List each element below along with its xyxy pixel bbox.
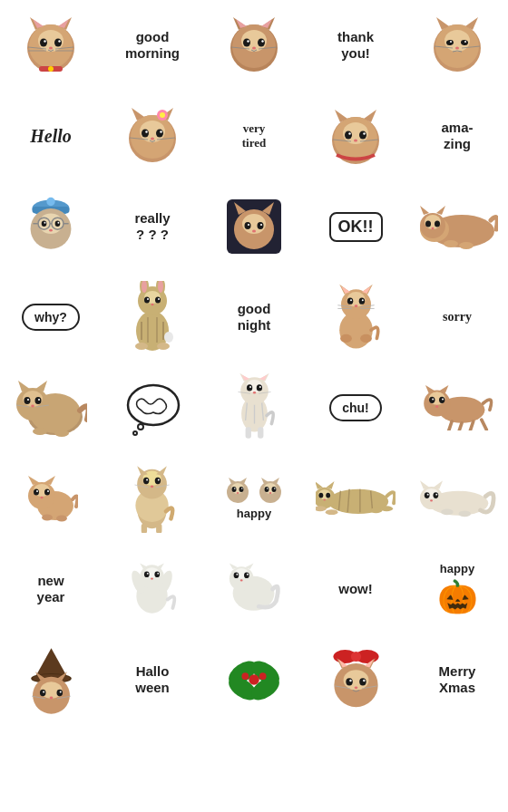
svg-point-248 [318, 493, 323, 498]
svg-point-137 [361, 299, 363, 301]
text-ok: OK!! [329, 212, 383, 242]
text-chu: chu! [342, 401, 369, 415]
text-good-night: good night [238, 301, 271, 334]
svg-point-264 [430, 499, 433, 501]
brain-bubble-svg [119, 376, 187, 440]
svg-point-17 [48, 66, 54, 72]
svg-point-83 [57, 222, 59, 224]
text-really: really ? ? ? [134, 210, 170, 243]
svg-point-226 [239, 487, 244, 492]
cat-face-5 [324, 104, 387, 168]
svg-point-41 [455, 47, 459, 50]
svg-point-217 [158, 478, 160, 480]
cat-face-2 [222, 14, 286, 77]
sticker-good-morning: good morning [102, 0, 203, 91]
svg-point-136 [349, 299, 351, 301]
svg-point-51 [142, 130, 149, 138]
svg-point-50 [160, 112, 165, 118]
sticker-chu: chu! [305, 362, 406, 453]
text-halloween: Hallo ween [135, 663, 170, 696]
sticker-cat-lying-white [406, 453, 508, 544]
svg-point-296 [43, 691, 44, 692]
svg-point-127 [360, 334, 372, 342]
svg-point-153 [31, 404, 34, 407]
sticker-cat1 [0, 0, 102, 91]
cat-walking-brown [421, 385, 493, 430]
svg-marker-99 [420, 206, 429, 215]
svg-point-54 [160, 130, 161, 132]
sticker-cat-stretching [305, 453, 406, 544]
svg-point-185 [429, 397, 435, 403]
sticker-merry-xmas: Merry Xmas [406, 634, 508, 725]
cat-lying-white [419, 478, 496, 518]
text-good-morning: good morning [125, 29, 180, 62]
cat-sitting-white [331, 284, 381, 352]
svg-point-274 [144, 571, 150, 577]
sticker-cat2 [203, 0, 305, 91]
svg-marker-100 [436, 206, 445, 215]
sticker-cat-witch [0, 634, 102, 725]
svg-point-227 [234, 488, 236, 489]
svg-point-276 [147, 573, 149, 575]
cat-white-curled [226, 563, 282, 615]
svg-point-288 [240, 579, 243, 581]
svg-point-135 [358, 297, 364, 304]
sticker-cat4 [102, 91, 203, 181]
svg-point-174 [256, 384, 261, 391]
text-why: why? [34, 310, 67, 324]
svg-point-150 [35, 397, 42, 404]
svg-point-118 [155, 297, 161, 304]
svg-point-81 [55, 220, 61, 227]
svg-point-27 [247, 40, 249, 42]
svg-point-64 [359, 131, 366, 140]
svg-point-204 [42, 514, 53, 520]
svg-point-157 [54, 430, 69, 437]
svg-point-294 [39, 689, 45, 695]
svg-point-218 [151, 485, 153, 488]
cat-fluffy-standing [130, 465, 175, 533]
svg-point-284 [234, 572, 239, 578]
sticker-cat-lying [406, 181, 508, 272]
cat-face-4 [121, 104, 184, 168]
svg-point-188 [442, 398, 444, 400]
svg-point-9 [44, 40, 45, 42]
sticker-cat-sitting [305, 272, 406, 362]
two-cat-faces [223, 476, 285, 505]
svg-point-229 [237, 492, 239, 494]
svg-point-275 [154, 571, 160, 577]
svg-point-235 [272, 487, 277, 492]
svg-point-201 [36, 490, 38, 492]
svg-rect-209 [156, 523, 161, 532]
svg-rect-208 [142, 523, 147, 532]
svg-point-234 [265, 487, 269, 492]
svg-point-93 [260, 224, 262, 226]
sticker-cat-hat [0, 181, 102, 272]
svg-point-295 [56, 689, 63, 695]
svg-rect-166 [258, 427, 263, 439]
svg-point-126 [340, 334, 352, 342]
cat-white-stretch [124, 563, 181, 615]
sticker-happy-pumpkin: happy 🎃 [406, 544, 508, 634]
cat-lying-brown [416, 202, 498, 252]
svg-point-286 [236, 574, 238, 575]
svg-point-25 [243, 39, 250, 47]
cat-happy-1 [223, 476, 252, 505]
svg-line-192 [470, 421, 474, 430]
svg-point-134 [347, 297, 352, 304]
cat-face-1 [19, 14, 83, 77]
svg-point-200 [44, 488, 50, 495]
svg-point-102 [435, 220, 440, 227]
svg-line-191 [458, 423, 462, 430]
text-sorry: sorry [443, 310, 472, 324]
svg-point-124 [164, 332, 173, 343]
bubble-why: why? [22, 304, 80, 331]
svg-point-7 [40, 39, 47, 47]
svg-point-265 [441, 509, 454, 516]
svg-point-202 [47, 490, 49, 492]
sticker-cat-rabbit [102, 272, 203, 362]
svg-point-262 [426, 494, 428, 496]
svg-point-11 [49, 47, 53, 50]
svg-point-152 [38, 398, 40, 400]
sticker-why: why? [0, 272, 102, 362]
svg-point-66 [363, 132, 365, 134]
